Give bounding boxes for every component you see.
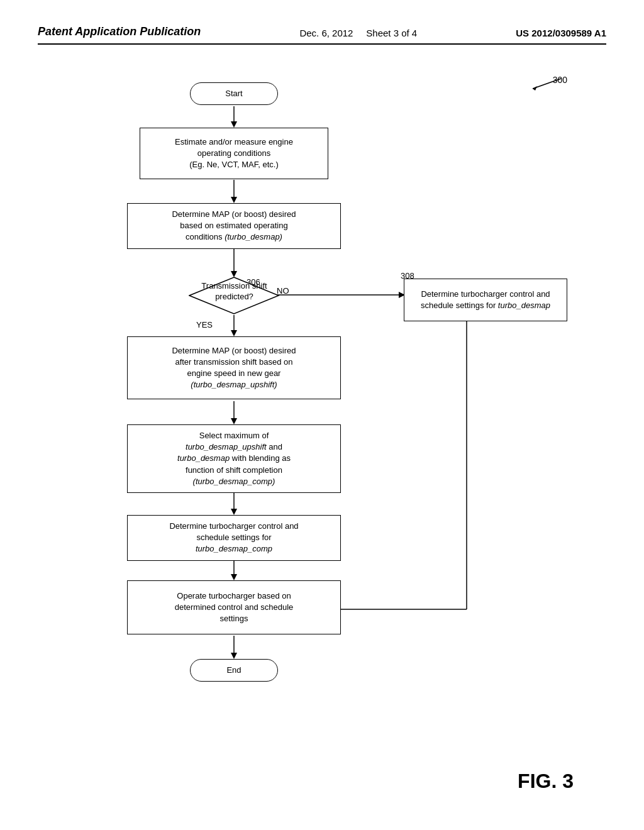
start-node: Start — [190, 82, 278, 105]
svg-marker-1 — [231, 121, 237, 128]
start-label: Start — [225, 88, 242, 99]
fig-label: FIG. 3 — [518, 770, 574, 793]
end-node: End — [190, 659, 278, 682]
node-310-text: Determine MAP (or boost) desiredafter tr… — [172, 345, 296, 391]
node-308: Determine turbocharger control andschedu… — [404, 279, 567, 321]
svg-marker-15 — [231, 574, 237, 580]
flowchart-container: 300 Start 302 Estimate and/or measure en… — [52, 70, 592, 799]
svg-marker-3 — [231, 197, 237, 203]
svg-marker-20 — [231, 653, 237, 659]
header-left: Patent Application Publication — [38, 25, 201, 38]
node-306-diamond: Transmission shift predicted? — [189, 276, 280, 315]
page: Patent Application Publication Dec. 6, 2… — [0, 0, 644, 830]
node-302: Estimate and/or measure engine operating… — [140, 128, 328, 179]
svg-marker-22 — [533, 86, 537, 91]
svg-marker-11 — [231, 418, 237, 424]
header-date: Dec. 6, 2012 — [299, 28, 353, 38]
header-sheet: Sheet 3 of 4 — [366, 28, 417, 38]
header: Patent Application Publication Dec. 6, 2… — [38, 25, 606, 45]
node-306-text: Transmission shift predicted? — [189, 281, 280, 302]
node-304: Determine MAP (or boost) desiredbased on… — [127, 203, 341, 249]
no-label: NO — [277, 286, 289, 296]
ref-300: 300 — [553, 75, 567, 85]
diagram-ref: 300 — [530, 75, 567, 95]
node-302-text: Estimate and/or measure engine operating… — [175, 136, 293, 171]
node-314: Determine turbocharger control andschedu… — [127, 515, 341, 561]
ref-308: 308 — [401, 271, 414, 280]
node-308-text: Determine turbocharger control andschedu… — [421, 289, 550, 311]
node-312: Select maximum ofturbo_desmap_upshift an… — [127, 424, 341, 493]
svg-marker-13 — [231, 509, 237, 515]
node-314-text: Determine turbocharger control andschedu… — [169, 521, 298, 555]
node-312-text: Select maximum ofturbo_desmap_upshift an… — [177, 430, 291, 487]
node-316: Operate turbocharger based ondetermined … — [127, 580, 341, 634]
yes-label: YES — [196, 320, 213, 329]
header-center: Dec. 6, 2012 Sheet 3 of 4 — [299, 28, 417, 38]
header-right: US 2012/0309589 A1 — [516, 28, 606, 38]
node-310: Determine MAP (or boost) desiredafter tr… — [127, 336, 341, 399]
node-316-text: Operate turbocharger based ondetermined … — [175, 590, 294, 625]
end-label: End — [226, 665, 241, 676]
node-304-text: Determine MAP (or boost) desiredbased on… — [172, 209, 296, 243]
svg-marker-7 — [231, 330, 237, 336]
